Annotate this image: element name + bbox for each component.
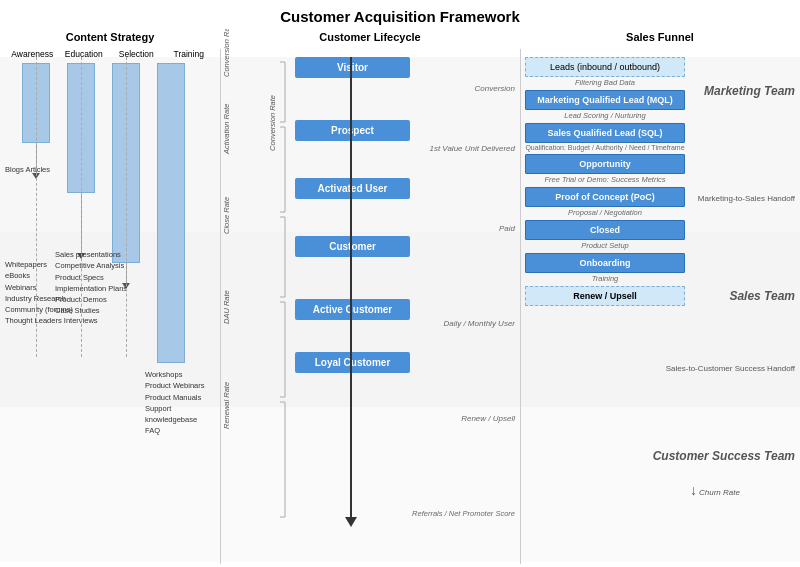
cs-column-labels: Awareness Education Selection Training [0,49,220,59]
lc-customer: Customer [295,236,410,257]
funnel-poc: Proof of Concept (PoC) [525,187,685,207]
stage-label-paid: Paid [415,224,515,233]
funnel-sql: Sales Qualified Lead (SQL) [525,123,685,143]
funnel-boxes: Leads (inbound / outbound) Filtering Bad… [525,57,685,307]
funnel-training: Training [525,274,685,283]
funnel-freetrial: Free Trial or Demo: Success Metrics [525,175,685,184]
rate-conversion: Conversion Rate [222,29,231,77]
stage-label-referrals: Referrals / Net Promoter Score [395,509,515,518]
page-container: Customer Acquisition Framework Content S… [0,0,800,567]
cs-dashed-3 [126,57,127,357]
cs-training-text: WorkshopsProduct WebinarsProduct Manuals… [145,369,220,437]
lc-activated: Activated User [295,178,410,199]
cs-blogs-text: Blogs Articles [5,164,50,175]
lifecycle-arrow-head [345,517,357,527]
lc-loyal: Loyal Customer [295,352,410,373]
funnel-header: Sales Funnel [520,29,800,43]
team-sales-label: Sales Team [729,289,795,303]
lifecycle-boxes: Visitor Prospect Activated User Customer… [295,57,410,375]
content-strategy-panel: Content Strategy Awareness Education Sel… [0,29,220,567]
rate-dau: DAU Rate [222,254,231,324]
funnel-onboarding: Onboarding [525,253,685,273]
funnel-renew: Renew / Upsell [525,286,685,306]
lc-active: Active Customer [295,299,410,320]
funnel-churn: ↓Churn Rate [690,482,740,498]
cs-dashed-2 [81,57,82,357]
cs-label-education: Education [64,49,104,59]
funnel-leads: Leads (inbound / outbound) [525,57,685,77]
lifecycle-arrow-line [350,57,352,519]
funnel-filtering: Filtering Bad Data [525,78,685,87]
cs-bars-area [0,63,220,403]
stage-label-daily: Daily / Monthly User [415,319,515,328]
lc-prospect: Prospect [295,120,410,141]
team-marketing-label: Marketing Team [704,84,795,98]
funnel-panel: Sales Funnel Leads (inbound / outbound) … [520,29,800,567]
handoff-stc-label: Sales-to-Customer Success Handoff [666,364,795,373]
cs-dashed-1 [36,57,37,357]
svg-text:Conversion Rate: Conversion Rate [268,95,277,151]
cs-label-training: Training [169,49,209,59]
lc-visitor: Visitor [295,57,410,78]
funnel-mql: Marketing Qualified Lead (MQL) [525,90,685,110]
funnel-closed: Closed [525,220,685,240]
rate-close: Close Rate [222,164,231,234]
stage-label-conversion: Conversion [415,84,515,93]
lifecycle-panel: Customer Lifecycle Conversion Rate [220,29,520,567]
main-title: Customer Acquisition Framework [0,0,800,29]
cs-label-selection: Selection [116,49,156,59]
funnel-proposal: Proposal / Negotiation [525,208,685,217]
rate-renewal: Renewal Rate [222,349,231,429]
lifecycle-header: Customer Lifecycle [220,29,520,43]
funnel-lead-scoring: Lead Scoring / Nurturing [525,111,685,120]
funnel-qualification: Qualification: Budget / Authority / Need… [525,144,685,151]
diagram: Content Strategy Awareness Education Sel… [0,29,800,567]
handoff-mts-label: Marketing-to-Sales Handoff [698,194,795,203]
stage-label-first-value: 1st Value Unit Delivered [415,144,515,153]
funnel-opportunity: Opportunity [525,154,685,174]
cs-training-bar [155,63,187,363]
cs-sales-pres-text: Sales presentationsCompetitive AnalysisP… [55,249,127,317]
funnel-product-setup: Product Setup [525,241,685,250]
stage-label-renew: Renew / Upsell [415,414,515,423]
team-success-label: Customer Success Team [653,449,795,463]
rate-activation: Activation Rate [222,74,231,154]
cs-label-awareness: Awareness [11,49,51,59]
content-strategy-header: Content Strategy [0,29,220,43]
